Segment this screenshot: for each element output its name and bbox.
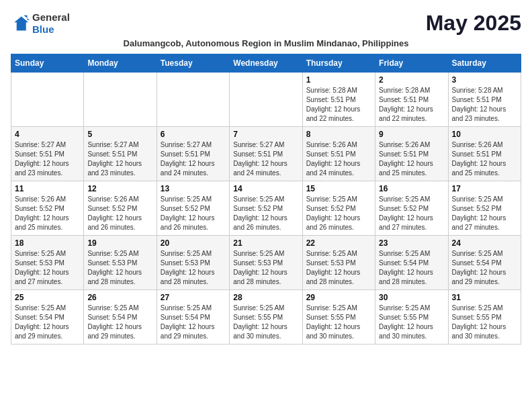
calendar-week-row: 1Sunrise: 5:28 AM Sunset: 5:51 PM Daylig… bbox=[11, 73, 521, 127]
day-number: 23 bbox=[379, 238, 444, 248]
day-number: 29 bbox=[306, 293, 371, 302]
calendar-cell bbox=[230, 73, 302, 127]
calendar-cell: 21Sunrise: 5:25 AM Sunset: 5:53 PM Dayli… bbox=[230, 236, 302, 290]
page-header: General Blue May 2025 bbox=[11, 11, 521, 36]
day-number: 18 bbox=[15, 238, 80, 248]
calendar-cell: 20Sunrise: 5:25 AM Sunset: 5:53 PM Dayli… bbox=[157, 236, 229, 290]
weekday-header-wednesday: Wednesday bbox=[230, 54, 302, 73]
day-info: Sunrise: 5:25 AM Sunset: 5:53 PM Dayligh… bbox=[87, 249, 152, 287]
day-number: 3 bbox=[452, 75, 517, 85]
day-number: 26 bbox=[87, 293, 152, 302]
calendar-cell: 22Sunrise: 5:25 AM Sunset: 5:53 PM Dayli… bbox=[302, 236, 375, 290]
day-info: Sunrise: 5:28 AM Sunset: 5:51 PM Dayligh… bbox=[306, 86, 371, 124]
calendar-cell: 7Sunrise: 5:27 AM Sunset: 5:51 PM Daylig… bbox=[230, 127, 302, 181]
logo-text: General Blue bbox=[32, 11, 70, 36]
calendar-cell: 24Sunrise: 5:25 AM Sunset: 5:54 PM Dayli… bbox=[448, 236, 521, 290]
calendar-cell: 18Sunrise: 5:25 AM Sunset: 5:53 PM Dayli… bbox=[11, 236, 84, 290]
day-number: 16 bbox=[379, 184, 444, 193]
weekday-header-thursday: Thursday bbox=[302, 54, 375, 73]
day-info: Sunrise: 5:25 AM Sunset: 5:55 PM Dayligh… bbox=[233, 304, 298, 341]
calendar-cell: 2Sunrise: 5:28 AM Sunset: 5:51 PM Daylig… bbox=[375, 73, 448, 127]
day-info: Sunrise: 5:26 AM Sunset: 5:51 PM Dayligh… bbox=[379, 140, 444, 178]
day-number: 5 bbox=[87, 130, 152, 139]
calendar-week-row: 4Sunrise: 5:27 AM Sunset: 5:51 PM Daylig… bbox=[11, 127, 521, 181]
calendar-cell: 8Sunrise: 5:26 AM Sunset: 5:51 PM Daylig… bbox=[302, 127, 375, 181]
day-info: Sunrise: 5:25 AM Sunset: 5:53 PM Dayligh… bbox=[306, 249, 371, 287]
day-number: 10 bbox=[452, 130, 517, 139]
calendar-cell: 11Sunrise: 5:26 AM Sunset: 5:52 PM Dayli… bbox=[11, 181, 84, 236]
day-info: Sunrise: 5:25 AM Sunset: 5:54 PM Dayligh… bbox=[161, 304, 226, 341]
weekday-header-sunday: Sunday bbox=[11, 54, 84, 73]
calendar-cell: 28Sunrise: 5:25 AM Sunset: 5:55 PM Dayli… bbox=[230, 290, 302, 345]
day-number: 9 bbox=[379, 130, 444, 139]
calendar-subtitle: Dalumangcob, Autonomous Region in Muslim… bbox=[11, 38, 521, 48]
day-number: 22 bbox=[306, 238, 371, 248]
day-info: Sunrise: 5:25 AM Sunset: 5:54 PM Dayligh… bbox=[452, 249, 517, 287]
day-info: Sunrise: 5:27 AM Sunset: 5:51 PM Dayligh… bbox=[15, 140, 80, 178]
calendar-week-row: 11Sunrise: 5:26 AM Sunset: 5:52 PM Dayli… bbox=[11, 181, 521, 236]
day-number: 21 bbox=[233, 238, 298, 248]
day-info: Sunrise: 5:25 AM Sunset: 5:55 PM Dayligh… bbox=[306, 304, 371, 341]
day-number: 31 bbox=[452, 293, 517, 302]
calendar-cell: 9Sunrise: 5:26 AM Sunset: 5:51 PM Daylig… bbox=[375, 127, 448, 181]
day-info: Sunrise: 5:28 AM Sunset: 5:51 PM Dayligh… bbox=[452, 86, 517, 124]
day-number: 14 bbox=[233, 184, 298, 193]
day-info: Sunrise: 5:26 AM Sunset: 5:52 PM Dayligh… bbox=[15, 195, 80, 232]
day-info: Sunrise: 5:25 AM Sunset: 5:52 PM Dayligh… bbox=[161, 195, 226, 232]
day-number: 8 bbox=[306, 130, 371, 139]
calendar-cell: 15Sunrise: 5:25 AM Sunset: 5:52 PM Dayli… bbox=[302, 181, 375, 236]
weekday-header-row: SundayMondayTuesdayWednesdayThursdayFrid… bbox=[11, 54, 521, 73]
calendar-cell: 31Sunrise: 5:25 AM Sunset: 5:55 PM Dayli… bbox=[448, 290, 521, 345]
day-number: 11 bbox=[15, 184, 80, 193]
calendar-cell: 17Sunrise: 5:25 AM Sunset: 5:52 PM Dayli… bbox=[448, 181, 521, 236]
day-number: 1 bbox=[306, 75, 371, 85]
day-number: 20 bbox=[161, 238, 226, 248]
day-number: 28 bbox=[233, 293, 298, 302]
calendar-cell: 4Sunrise: 5:27 AM Sunset: 5:51 PM Daylig… bbox=[11, 127, 84, 181]
logo: General Blue bbox=[11, 11, 70, 36]
day-info: Sunrise: 5:25 AM Sunset: 5:53 PM Dayligh… bbox=[15, 249, 80, 287]
calendar-cell: 1Sunrise: 5:28 AM Sunset: 5:51 PM Daylig… bbox=[302, 73, 375, 127]
day-number: 12 bbox=[87, 184, 152, 193]
calendar-cell: 13Sunrise: 5:25 AM Sunset: 5:52 PM Dayli… bbox=[157, 181, 229, 236]
day-info: Sunrise: 5:27 AM Sunset: 5:51 PM Dayligh… bbox=[233, 140, 298, 178]
day-number: 4 bbox=[15, 130, 80, 139]
calendar-cell: 10Sunrise: 5:26 AM Sunset: 5:51 PM Dayli… bbox=[448, 127, 521, 181]
day-info: Sunrise: 5:25 AM Sunset: 5:54 PM Dayligh… bbox=[87, 304, 152, 341]
day-info: Sunrise: 5:25 AM Sunset: 5:52 PM Dayligh… bbox=[233, 195, 298, 232]
calendar-cell: 3Sunrise: 5:28 AM Sunset: 5:51 PM Daylig… bbox=[448, 73, 521, 127]
day-info: Sunrise: 5:25 AM Sunset: 5:54 PM Dayligh… bbox=[379, 249, 444, 287]
calendar-cell: 6Sunrise: 5:27 AM Sunset: 5:51 PM Daylig… bbox=[157, 127, 229, 181]
day-number: 25 bbox=[15, 293, 80, 302]
day-number: 2 bbox=[379, 75, 444, 85]
day-info: Sunrise: 5:26 AM Sunset: 5:51 PM Dayligh… bbox=[452, 140, 517, 178]
calendar-table: SundayMondayTuesdayWednesdayThursdayFrid… bbox=[11, 54, 521, 345]
calendar-cell: 27Sunrise: 5:25 AM Sunset: 5:54 PM Dayli… bbox=[157, 290, 229, 345]
weekday-header-saturday: Saturday bbox=[448, 54, 521, 73]
day-number: 6 bbox=[161, 130, 226, 139]
calendar-cell bbox=[11, 73, 84, 127]
calendar-cell bbox=[157, 73, 229, 127]
calendar-week-row: 18Sunrise: 5:25 AM Sunset: 5:53 PM Dayli… bbox=[11, 236, 521, 290]
calendar-cell: 26Sunrise: 5:25 AM Sunset: 5:54 PM Dayli… bbox=[84, 290, 157, 345]
calendar-cell: 25Sunrise: 5:25 AM Sunset: 5:54 PM Dayli… bbox=[11, 290, 84, 345]
day-number: 30 bbox=[379, 293, 444, 302]
day-number: 19 bbox=[87, 238, 152, 248]
day-number: 15 bbox=[306, 184, 371, 193]
calendar-cell: 23Sunrise: 5:25 AM Sunset: 5:54 PM Dayli… bbox=[375, 236, 448, 290]
calendar-cell: 30Sunrise: 5:25 AM Sunset: 5:55 PM Dayli… bbox=[375, 290, 448, 345]
day-info: Sunrise: 5:25 AM Sunset: 5:55 PM Dayligh… bbox=[379, 304, 444, 341]
calendar-cell: 12Sunrise: 5:26 AM Sunset: 5:52 PM Dayli… bbox=[84, 181, 157, 236]
day-info: Sunrise: 5:25 AM Sunset: 5:52 PM Dayligh… bbox=[379, 195, 444, 232]
calendar-cell: 29Sunrise: 5:25 AM Sunset: 5:55 PM Dayli… bbox=[302, 290, 375, 345]
day-number: 27 bbox=[161, 293, 226, 302]
calendar-cell bbox=[84, 73, 157, 127]
calendar-cell: 5Sunrise: 5:27 AM Sunset: 5:51 PM Daylig… bbox=[84, 127, 157, 181]
day-number: 13 bbox=[161, 184, 226, 193]
weekday-header-friday: Friday bbox=[375, 54, 448, 73]
day-number: 7 bbox=[233, 130, 298, 139]
day-info: Sunrise: 5:28 AM Sunset: 5:51 PM Dayligh… bbox=[379, 86, 444, 124]
day-info: Sunrise: 5:26 AM Sunset: 5:51 PM Dayligh… bbox=[306, 140, 371, 178]
day-info: Sunrise: 5:25 AM Sunset: 5:54 PM Dayligh… bbox=[15, 304, 80, 341]
calendar-cell: 14Sunrise: 5:25 AM Sunset: 5:52 PM Dayli… bbox=[230, 181, 302, 236]
